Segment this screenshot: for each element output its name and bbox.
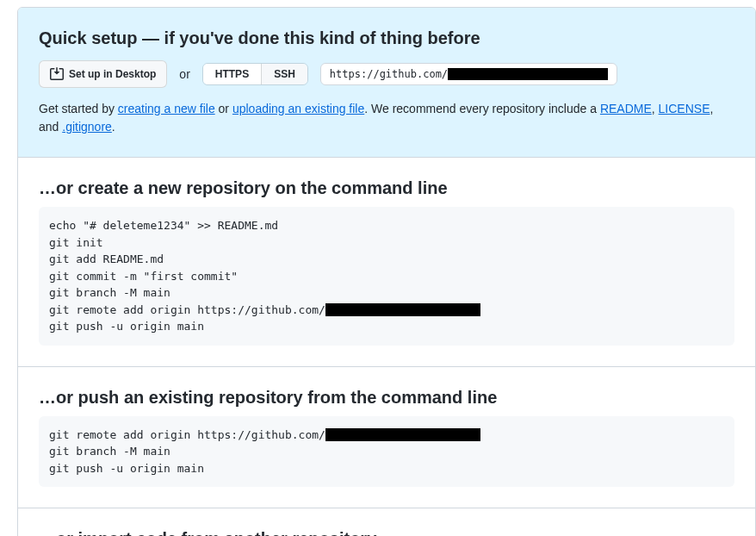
quick-setup-title: Quick setup — if you've done this kind o… bbox=[39, 28, 734, 48]
readme-link[interactable]: README bbox=[600, 102, 652, 115]
clone-url-input[interactable]: https://github.com/ bbox=[320, 63, 617, 85]
help-prefix: Get started by bbox=[39, 102, 118, 115]
create-repo-title: …or create a new repository on the comma… bbox=[39, 178, 734, 198]
remote-prefix: git remote add origin https://github.com… bbox=[49, 428, 325, 441]
license-link[interactable]: LICENSE bbox=[659, 102, 710, 115]
code-line: git remote add origin https://github.com… bbox=[49, 427, 724, 444]
setup-desktop-button[interactable]: Set up in Desktop bbox=[39, 60, 167, 88]
code-line: git add README.md bbox=[49, 251, 724, 268]
push-repo-code[interactable]: git remote add origin https://github.com… bbox=[39, 416, 734, 488]
remote-prefix: git remote add origin https://github.com… bbox=[49, 303, 325, 316]
desktop-download-icon bbox=[50, 67, 64, 81]
help-end: . bbox=[112, 120, 115, 134]
setup-row: Set up in Desktop or HTTPS SSH https://g… bbox=[39, 60, 734, 88]
gitignore-link[interactable]: .gitignore bbox=[62, 120, 112, 134]
help-comma: , bbox=[652, 102, 659, 115]
help-or: or bbox=[215, 102, 232, 115]
redacted-remote-url bbox=[325, 428, 480, 441]
import-repo-title: …or import code from another repository bbox=[39, 529, 734, 536]
code-line: git push -u origin main bbox=[49, 318, 724, 335]
upload-file-link[interactable]: uploading an existing file bbox=[232, 102, 364, 115]
quick-setup-panel: Quick setup — if you've done this kind o… bbox=[18, 8, 755, 157]
help-text: Get started by creating a new file or up… bbox=[39, 100, 734, 136]
setup-desktop-label: Set up in Desktop bbox=[69, 65, 156, 83]
code-line: git branch -M main bbox=[49, 443, 724, 460]
https-tab[interactable]: HTTPS bbox=[203, 64, 261, 84]
ssh-tab[interactable]: SSH bbox=[261, 64, 307, 84]
code-line: echo "# deleteme1234" >> README.md bbox=[49, 217, 724, 234]
push-repo-title: …or push an existing repository from the… bbox=[39, 388, 734, 408]
repo-setup-container: Quick setup — if you've done this kind o… bbox=[17, 7, 756, 536]
or-text: or bbox=[179, 67, 189, 81]
import-repo-section: …or import code from another repository … bbox=[18, 508, 755, 536]
protocol-toggle: HTTPS SSH bbox=[202, 63, 308, 85]
redacted-remote-url bbox=[325, 303, 480, 316]
code-line: git init bbox=[49, 234, 724, 252]
code-line: git push -u origin main bbox=[49, 460, 724, 477]
create-file-link[interactable]: creating a new file bbox=[118, 102, 215, 115]
help-mid: . We recommend every repository include … bbox=[364, 102, 600, 115]
code-line: git remote add origin https://github.com… bbox=[49, 302, 724, 319]
create-repo-code[interactable]: echo "# deleteme1234" >> README.mdgit in… bbox=[39, 207, 734, 346]
code-line: git branch -M main bbox=[49, 284, 724, 302]
push-repo-section: …or push an existing repository from the… bbox=[18, 366, 755, 508]
code-line: git commit -m "first commit" bbox=[49, 268, 724, 285]
redacted-repo-path bbox=[448, 68, 608, 80]
clone-url-prefix: https://github.com/ bbox=[330, 68, 448, 80]
create-repo-section: …or create a new repository on the comma… bbox=[18, 157, 755, 366]
